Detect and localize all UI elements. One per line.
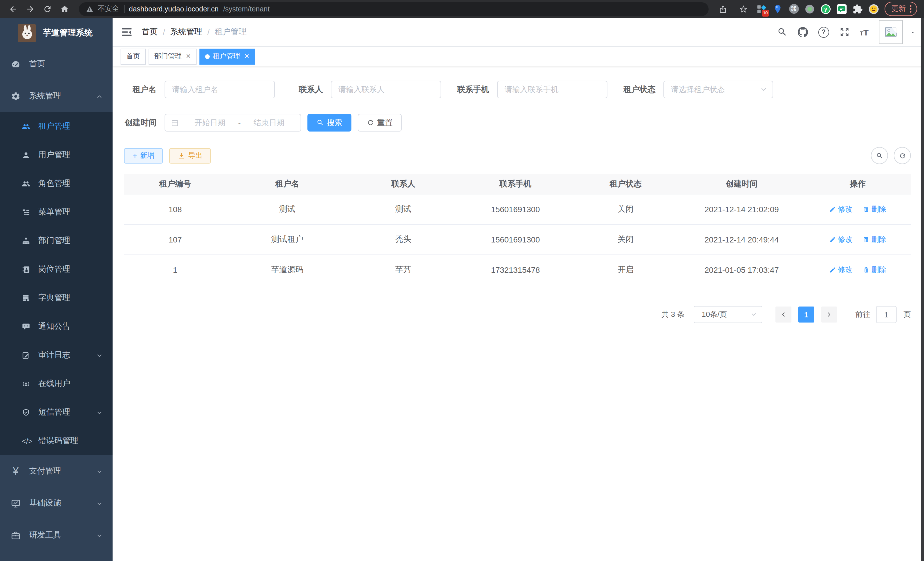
phone-input[interactable]: [497, 81, 608, 98]
sidebar-item-sms[interactable]: 短信管理: [0, 398, 112, 427]
sidebar-item-error-code[interactable]: </> 错误码管理: [0, 427, 112, 455]
browser-reload-button[interactable]: [40, 2, 55, 16]
tenant-table: 租户编号 租户名 联系人 联系手机 租户状态 创建时间 操作 108 测试: [124, 174, 911, 285]
sidebar-item-tenant[interactable]: 租户管理: [0, 112, 112, 141]
reset-button[interactable]: 重置: [358, 114, 402, 132]
tab-dept[interactable]: 部门管理 ✕: [148, 48, 196, 64]
refresh-button[interactable]: [894, 147, 911, 164]
sidebar-item-audit-log[interactable]: 审计日志: [0, 341, 112, 369]
contact-input[interactable]: [331, 81, 441, 98]
tenant-name-input[interactable]: [165, 81, 275, 98]
breadcrumb-home[interactable]: 首页: [142, 27, 158, 37]
browser-menu-icon[interactable]: [910, 5, 911, 13]
page-size-select[interactable]: 10条/页: [694, 306, 762, 323]
extension-emoji-icon[interactable]: [868, 4, 879, 14]
extension-yuque-icon[interactable]: y: [820, 4, 831, 14]
filter-status: 租户状态 请选择租户状态: [623, 81, 773, 98]
help-icon[interactable]: ?: [818, 27, 829, 38]
user-menu-caret-icon[interactable]: [910, 29, 916, 35]
breadcrumb-system[interactable]: 系统管理: [170, 27, 202, 37]
delete-link[interactable]: 删除: [863, 204, 886, 214]
export-button[interactable]: 导出: [169, 148, 211, 163]
filter-create-time: 创建时间 开始日期 - 结束日期: [124, 114, 301, 132]
status-select[interactable]: 请选择租户状态: [663, 81, 773, 98]
briefcase-icon: [11, 530, 21, 540]
sidebar-item-dept[interactable]: 部门管理: [0, 226, 112, 255]
tab-tenant[interactable]: 租户管理 ✕: [200, 48, 255, 64]
current-page-button[interactable]: 1: [798, 307, 814, 323]
navbar-actions: ? TT: [777, 20, 916, 44]
main-area: 首页 / 系统管理 / 租户管理 ? TT 首页: [112, 18, 924, 561]
search-icon[interactable]: [777, 27, 787, 37]
app-logo[interactable]: 芋道管理系统: [0, 18, 112, 48]
select-placeholder: 请选择租户状态: [671, 84, 725, 95]
extension-grid-icon[interactable]: 10: [757, 4, 767, 14]
url-path: /system/tenant: [223, 5, 270, 13]
trash-icon: [863, 206, 870, 213]
delete-link[interactable]: 删除: [863, 235, 886, 245]
font-size-icon[interactable]: TT: [860, 28, 868, 36]
sidebar-item-system[interactable]: 系统管理: [0, 80, 112, 112]
total-count-label: 共 3 条: [662, 309, 685, 320]
close-icon[interactable]: ✕: [186, 53, 191, 59]
show-search-button[interactable]: [871, 147, 888, 164]
delete-link[interactable]: 删除: [863, 265, 886, 275]
sidebar-item-label: 租户管理: [38, 121, 70, 132]
edit-link[interactable]: 修改: [829, 235, 853, 245]
cell-status: 开启: [573, 255, 679, 285]
bookmark-star-icon[interactable]: [736, 2, 751, 16]
extension-record-icon[interactable]: [805, 4, 815, 14]
sidebar-item-role[interactable]: 角色管理: [0, 169, 112, 198]
field-label: 创建时间: [124, 117, 157, 128]
extension-chat-icon[interactable]: [837, 4, 847, 14]
edit-document-icon: [22, 351, 30, 359]
chevron-left-icon: [780, 311, 787, 318]
sidebar-item-dev-tools[interactable]: 研发工具: [0, 519, 112, 551]
sidebar-item-menu[interactable]: 菜单管理: [0, 198, 112, 226]
filter-tenant-name: 租户名: [124, 81, 275, 98]
sidebar-item-label: 支付管理: [29, 466, 61, 476]
export-button-label: 导出: [188, 151, 202, 160]
extension-pin-icon[interactable]: [772, 4, 783, 14]
tags-view-bar: 首页 部门管理 ✕ 租户管理 ✕: [112, 47, 924, 66]
add-button[interactable]: + 新增: [124, 148, 163, 163]
sidebar-toggle-icon[interactable]: [121, 26, 133, 38]
sidebar-item-infrastructure[interactable]: 基础设施: [0, 487, 112, 519]
browser-update-button[interactable]: 更新: [885, 2, 917, 16]
sidebar-item-label: 在线用户: [38, 379, 70, 389]
browser-home-button[interactable]: [57, 2, 72, 16]
close-icon[interactable]: ✕: [244, 53, 249, 59]
system-submenu: 租户管理 用户管理 角色管理 菜单管理 部门管理: [0, 112, 112, 455]
sidebar-item-online-users[interactable]: 在线用户: [0, 369, 112, 398]
sidebar-item-payment[interactable]: ¥ 支付管理: [0, 455, 112, 487]
goto-page-input[interactable]: [876, 306, 897, 323]
address-bar[interactable]: 不安全 dashboard.yudao.iocoder.cn/system/te…: [79, 2, 709, 16]
browser-back-button[interactable]: [6, 2, 21, 16]
app-title: 芋道管理系统: [43, 27, 93, 38]
sidebar-item-home[interactable]: 首页: [0, 48, 112, 80]
avatar[interactable]: [879, 20, 903, 44]
browser-forward-button[interactable]: [23, 2, 38, 16]
chevron-down-icon: [96, 352, 103, 359]
fullscreen-icon[interactable]: [839, 27, 849, 37]
date-range-picker[interactable]: 开始日期 - 结束日期: [165, 114, 301, 132]
sidebar-item-post[interactable]: 岗位管理: [0, 255, 112, 284]
sidebar-item-label: 字典管理: [38, 293, 70, 303]
edit-link[interactable]: 修改: [829, 265, 853, 275]
extension-puzzle-icon[interactable]: [853, 4, 863, 14]
sidebar-item-user[interactable]: 用户管理: [0, 141, 112, 169]
next-page-button[interactable]: [821, 307, 837, 323]
start-date-placeholder: 开始日期: [184, 117, 236, 128]
field-label: 租户状态: [623, 84, 656, 95]
tab-home[interactable]: 首页: [121, 48, 146, 64]
cell-actions: 修改 删除: [805, 224, 911, 255]
share-icon[interactable]: [716, 2, 730, 16]
logo-image: [18, 24, 36, 42]
search-button[interactable]: 搜索: [308, 114, 351, 132]
edit-link[interactable]: 修改: [829, 204, 853, 214]
prev-page-button[interactable]: [776, 307, 791, 323]
extension-command-icon[interactable]: ⌘: [789, 4, 799, 14]
sidebar-item-notice[interactable]: 通知公告: [0, 312, 112, 341]
github-icon[interactable]: [797, 27, 808, 37]
sidebar-item-dict[interactable]: 字典管理: [0, 284, 112, 312]
